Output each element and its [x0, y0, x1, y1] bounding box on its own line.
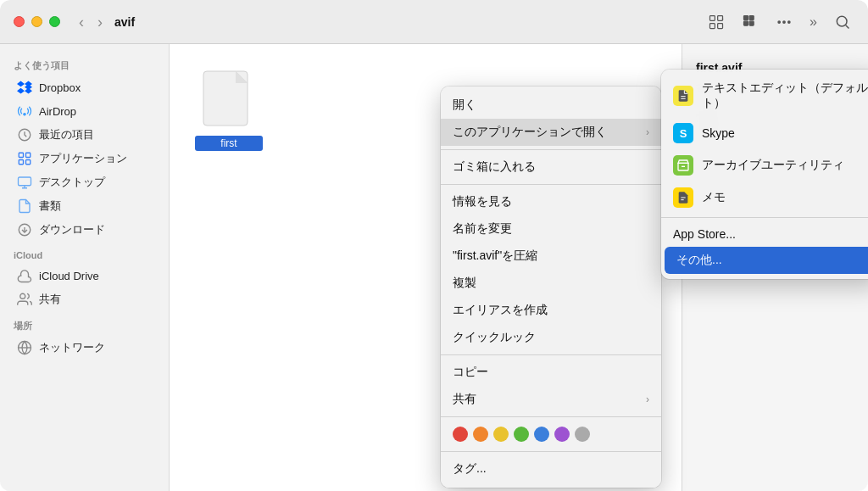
sub-divider [661, 217, 868, 218]
view-options-button[interactable] [738, 12, 762, 32]
svg-rect-16 [26, 153, 31, 157]
forward-button[interactable]: › [92, 13, 108, 31]
shared-icon [17, 292, 32, 307]
sub-skype-label: Skype [702, 126, 735, 140]
sidebar-item-airdrop[interactable]: AirDrop [3, 99, 165, 123]
icloud-section-label: iCloud [0, 242, 169, 264]
close-button[interactable] [14, 16, 25, 27]
titlebar: ‹ › avif [0, 0, 868, 44]
color-green[interactable] [514, 427, 529, 442]
back-button[interactable]: ‹ [74, 13, 89, 31]
archive-icon [673, 155, 693, 176]
more-options-button[interactable] [772, 12, 796, 32]
places-section-label: 場所 [0, 311, 169, 336]
sub-notes[interactable]: メモ [661, 181, 868, 214]
nav-buttons: ‹ › [74, 13, 108, 31]
file-name-label: first [195, 136, 263, 151]
ctx-duplicate[interactable]: 複製 [441, 270, 661, 297]
ctx-share[interactable]: 共有 › [441, 386, 661, 413]
ctx-divider-3 [441, 354, 661, 355]
color-blue[interactable] [534, 427, 549, 442]
sidebar-shared-label: 共有 [39, 292, 61, 307]
svg-rect-19 [19, 177, 31, 186]
sub-archive[interactable]: アーカイブユーティリティ [661, 149, 868, 181]
expand-button[interactable]: » [806, 13, 821, 31]
sub-textedit[interactable]: テキストエディット（デフォルト） [661, 75, 868, 117]
svg-rect-5 [749, 15, 754, 20]
sub-skype[interactable]: S Skype [661, 117, 868, 149]
sub-textedit-label: テキストエディット（デフォルト） [702, 81, 868, 111]
color-gray[interactable] [575, 427, 590, 442]
grid-icon [708, 14, 725, 31]
search-button[interactable] [831, 12, 854, 32]
ctx-copy[interactable]: コピー [441, 359, 661, 386]
docs-icon [17, 198, 32, 214]
svg-line-12 [846, 25, 849, 28]
sidebar-item-documents[interactable]: 書類 [3, 194, 165, 218]
skype-icon: S [673, 123, 693, 143]
svg-rect-1 [718, 15, 723, 20]
sub-appstore-label: App Store... [673, 227, 736, 241]
ctx-open-with[interactable]: このアプリケーションで開く › [441, 119, 661, 146]
sidebar-item-icloud-drive[interactable]: iCloud Drive [3, 264, 165, 287]
grid-options-icon [742, 14, 759, 31]
context-menu: 開く このアプリケーションで開く › ゴミ箱に入れる 情報を見る 名前を変更 [441, 86, 661, 488]
ctx-tags-label: タグ... [453, 461, 487, 477]
ctx-tags[interactable]: タグ... [441, 455, 661, 483]
ctx-info[interactable]: 情報を見る [441, 188, 661, 215]
main-area: よく使う項目 Dropbox AirDrop [0, 44, 868, 491]
svg-point-8 [778, 20, 781, 23]
ctx-rename[interactable]: 名前を変更 [441, 215, 661, 243]
svg-rect-4 [744, 15, 748, 20]
sidebar-item-network[interactable]: ネットワーク [3, 336, 165, 360]
sidebar-icloud-label: iCloud Drive [39, 270, 99, 282]
sub-other-label: その他... [676, 253, 722, 268]
sidebar-item-dropbox[interactable]: Dropbox [3, 75, 165, 99]
svg-point-9 [783, 20, 786, 23]
sub-other[interactable]: その他... [665, 247, 868, 274]
ctx-alias[interactable]: エイリアスを作成 [441, 297, 661, 324]
sidebar-desktop-label: デスクトップ [39, 175, 105, 190]
ctx-open[interactable]: 開く [441, 92, 661, 119]
sidebar-dropbox-label: Dropbox [39, 81, 81, 94]
sub-archive-label: アーカイブユーティリティ [702, 158, 844, 173]
ctx-quicklook-label: クイックルック [453, 330, 536, 345]
apps-icon [17, 151, 32, 166]
traffic-lights [14, 16, 60, 27]
ctx-compress[interactable]: "first.avif"を圧縮 [441, 243, 661, 270]
svg-rect-17 [19, 160, 23, 165]
sub-appstore[interactable]: App Store... [661, 221, 868, 247]
ctx-open-label: 開く [453, 98, 476, 113]
maximize-button[interactable] [49, 16, 60, 27]
svg-rect-3 [718, 23, 723, 28]
view-toggle-button[interactable] [704, 12, 728, 32]
ctx-info-label: 情報を見る [453, 194, 512, 209]
favorites-section-label: よく使う項目 [0, 51, 169, 75]
color-orange[interactable] [473, 427, 488, 442]
color-yellow[interactable] [493, 427, 509, 442]
sidebar-item-desktop[interactable]: デスクトップ [3, 170, 165, 194]
expand-icon: » [810, 14, 817, 30]
sidebar-network-label: ネットワーク [39, 340, 105, 355]
ctx-divider-5 [441, 451, 661, 452]
textedit-icon [673, 86, 693, 106]
minimize-button[interactable] [31, 16, 42, 27]
file-area: first first.avif 書類 – 41 KB 情報 作成日 2022年… [170, 44, 868, 491]
file-item[interactable]: first [195, 70, 263, 151]
recents-icon [17, 127, 32, 142]
color-purple[interactable] [554, 427, 570, 442]
svg-point-11 [837, 16, 847, 26]
airdrop-icon [17, 103, 32, 119]
sidebar-airdrop-label: AirDrop [39, 105, 76, 118]
svg-point-13 [24, 114, 25, 115]
notes-icon [673, 187, 693, 208]
ctx-open-with-arrow: › [646, 126, 649, 138]
color-red[interactable] [453, 427, 468, 442]
sidebar-item-recents[interactable]: 最近の項目 [3, 123, 165, 147]
svg-rect-15 [19, 153, 23, 157]
sidebar-item-downloads[interactable]: ダウンロード [3, 218, 165, 242]
sidebar-item-shared[interactable]: 共有 [3, 287, 165, 311]
sidebar-item-applications[interactable]: アプリケーション [3, 147, 165, 170]
ctx-trash[interactable]: ゴミ箱に入れる [441, 153, 661, 181]
ctx-quicklook[interactable]: クイックルック [441, 324, 661, 351]
